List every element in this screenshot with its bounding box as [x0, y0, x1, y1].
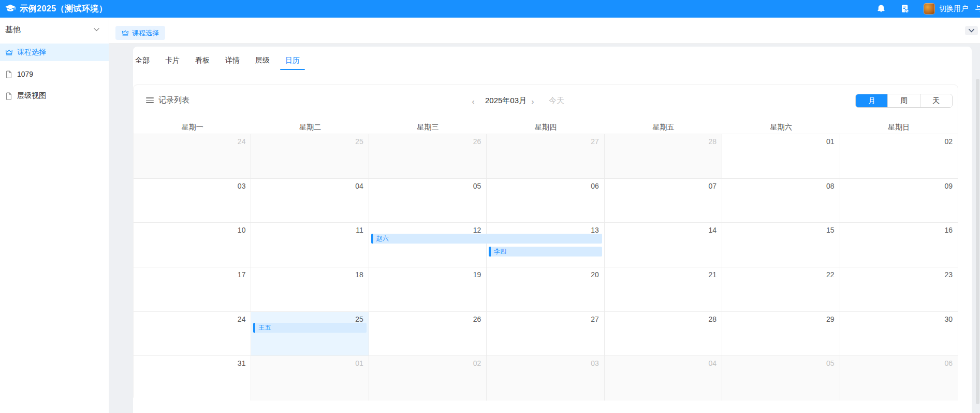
- calendar-event-2[interactable]: 王五: [253, 323, 366, 333]
- weekday-label-3: 星期四: [487, 122, 604, 134]
- month-label: 2025年03月: [484, 96, 528, 106]
- weekday-label-1: 星期二: [251, 122, 369, 134]
- day-number: 05: [826, 359, 835, 367]
- day-cell-1-2[interactable]: 25: [251, 134, 369, 179]
- view-mode-button-2[interactable]: 天: [920, 94, 952, 107]
- day-cell-4-6[interactable]: 22: [722, 267, 840, 312]
- file-icon: [5, 70, 13, 78]
- day-cell-4-5[interactable]: 21: [605, 267, 722, 312]
- view-tab-2[interactable]: 看板: [195, 52, 210, 68]
- view-mode-button-1[interactable]: 周: [887, 94, 919, 107]
- collapse-tabs-button[interactable]: [965, 26, 978, 35]
- day-cell-1-6[interactable]: 01: [722, 134, 840, 179]
- day-cell-4-1[interactable]: 17: [134, 267, 251, 312]
- view-tab-1[interactable]: 卡片: [165, 52, 180, 68]
- day-cell-4-2[interactable]: 18: [251, 267, 369, 312]
- bell-icon[interactable]: [876, 4, 886, 14]
- view-tab-3[interactable]: 详情: [225, 52, 240, 68]
- day-number: 26: [473, 137, 481, 146]
- day-cell-2-4[interactable]: 06: [487, 179, 604, 223]
- report-clock-icon[interactable]: [900, 4, 910, 14]
- clipped-username-text: 与: [975, 4, 980, 13]
- day-number: 28: [709, 137, 717, 146]
- graduation-cap-icon: [5, 3, 16, 15]
- day-cell-4-4[interactable]: 20: [487, 267, 604, 312]
- day-number: 07: [709, 182, 717, 190]
- day-number: 27: [591, 315, 599, 323]
- day-cell-6-6[interactable]: 05: [722, 356, 840, 401]
- day-cell-3-3[interactable]: 12: [369, 223, 487, 267]
- day-number: 13: [591, 226, 599, 234]
- day-cell-1-3[interactable]: 26: [369, 134, 487, 179]
- day-number: 27: [591, 137, 599, 146]
- weekday-label-5: 星期六: [722, 122, 840, 134]
- day-cell-5-6[interactable]: 29: [722, 312, 840, 357]
- day-cell-3-2[interactable]: 11: [251, 223, 369, 267]
- day-cell-2-3[interactable]: 05: [369, 179, 487, 223]
- today-button[interactable]: 今天: [549, 96, 564, 106]
- day-cell-2-2[interactable]: 04: [251, 179, 369, 223]
- calendar-event-1[interactable]: 李四: [489, 247, 602, 257]
- day-cell-6-5[interactable]: 04: [605, 356, 722, 401]
- next-month-button[interactable]: ›: [529, 96, 537, 107]
- day-number: 25: [355, 137, 363, 146]
- day-number: 02: [944, 137, 953, 146]
- prev-month-button[interactable]: ‹: [469, 96, 477, 107]
- day-cell-4-3[interactable]: 19: [369, 267, 487, 312]
- weekday-label-2: 星期三: [369, 122, 487, 134]
- day-cell-3-1[interactable]: 10: [134, 223, 251, 267]
- open-tab-chip[interactable]: 课程选择: [115, 26, 165, 40]
- day-cell-5-3[interactable]: 26: [369, 312, 487, 357]
- day-number: 04: [355, 182, 363, 190]
- day-number: 12: [473, 226, 481, 234]
- day-cell-3-5[interactable]: 14: [605, 223, 722, 267]
- day-cell-5-7[interactable]: 30: [840, 312, 958, 357]
- sidebar-item-2[interactable]: 层级视图: [0, 87, 109, 105]
- day-cell-5-5[interactable]: 28: [605, 312, 722, 357]
- record-list-button[interactable]: 记录列表: [146, 95, 189, 105]
- day-cell-1-1[interactable]: 24: [134, 134, 251, 179]
- sidebar-item-1[interactable]: 1079: [0, 65, 109, 83]
- day-cell-6-7[interactable]: 06: [840, 356, 958, 401]
- day-cell-6-3[interactable]: 02: [369, 356, 487, 401]
- day-cell-3-6[interactable]: 15: [722, 223, 840, 267]
- day-cell-6-2[interactable]: 01: [251, 356, 369, 401]
- sidebar-item-label: 1079: [17, 70, 33, 78]
- day-number: 26: [473, 315, 481, 323]
- switch-user-button[interactable]: 切换用户: [939, 4, 968, 13]
- sidebar-group-label: 基他: [5, 25, 21, 35]
- day-cell-3-4[interactable]: 13: [487, 223, 604, 267]
- day-number: 06: [944, 359, 953, 367]
- view-tab-4[interactable]: 层级: [255, 52, 270, 68]
- calendar-event-0[interactable]: 赵六: [371, 234, 602, 244]
- scrollbar-thumb[interactable]: [976, 79, 979, 404]
- day-number: 24: [238, 315, 246, 323]
- day-number: 29: [826, 315, 835, 323]
- day-cell-1-7[interactable]: 02: [840, 134, 958, 179]
- app-header: 示例2025（测试环境） 切换用户 与: [0, 0, 980, 18]
- day-cell-2-7[interactable]: 09: [840, 179, 958, 223]
- day-number: 05: [473, 182, 481, 190]
- day-number: 06: [591, 182, 599, 190]
- day-cell-2-6[interactable]: 08: [722, 179, 840, 223]
- day-cell-2-1[interactable]: 03: [134, 179, 251, 223]
- day-number: 21: [709, 270, 717, 279]
- day-cell-2-5[interactable]: 07: [605, 179, 722, 223]
- avatar[interactable]: [924, 3, 935, 15]
- day-cell-1-5[interactable]: 28: [605, 134, 722, 179]
- day-cell-6-1[interactable]: 31: [134, 356, 251, 401]
- day-cell-5-1[interactable]: 24: [134, 312, 251, 357]
- view-mode-button-0[interactable]: 月: [856, 94, 887, 107]
- day-cell-3-7[interactable]: 16: [840, 223, 958, 267]
- day-cell-4-7[interactable]: 23: [840, 267, 958, 312]
- view-tab-5[interactable]: 日历: [285, 52, 300, 68]
- sidebar-group-header[interactable]: 基他: [0, 18, 109, 41]
- day-number: 03: [591, 359, 599, 367]
- view-tab-0[interactable]: 全部: [135, 52, 150, 68]
- day-cell-6-4[interactable]: 03: [487, 356, 604, 401]
- day-number: 19: [473, 270, 481, 279]
- day-cell-5-4[interactable]: 27: [487, 312, 604, 357]
- day-cell-1-4[interactable]: 27: [487, 134, 604, 179]
- sidebar-item-0[interactable]: 课程选择: [0, 44, 109, 61]
- day-cell-5-2[interactable]: 25: [251, 312, 369, 357]
